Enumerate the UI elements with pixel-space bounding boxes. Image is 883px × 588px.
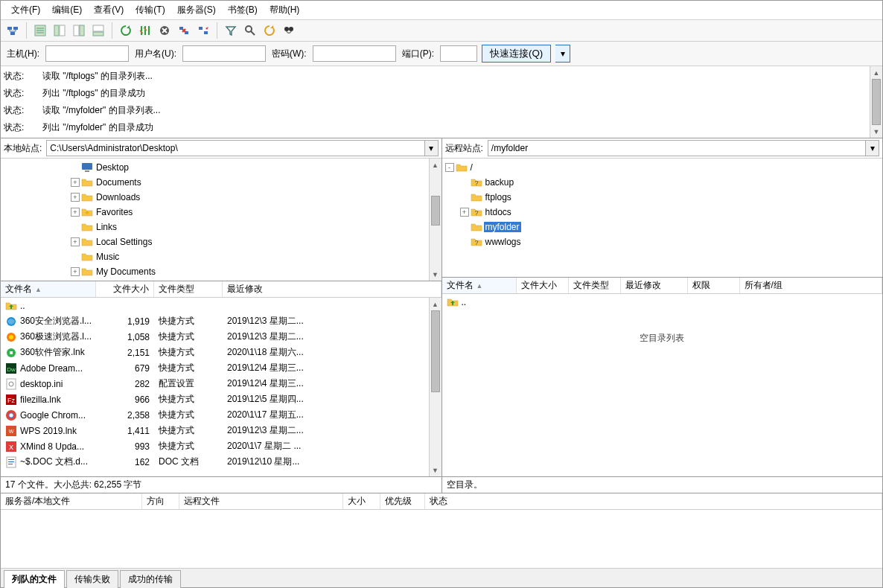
file-row[interactable]: 360极速浏览器.l...1,058快捷方式2019\12\3 星期二... [1,329,429,345]
cancel-button[interactable] [156,22,173,39]
col-mod[interactable]: 最近修改 [223,281,442,297]
tree-node[interactable]: +My Documents [4,264,426,279]
file-row[interactable]: WWPS 2019.lnk1,411快捷方式2019\12\3 星期二... [1,423,429,438]
scroll-down-icon[interactable]: ▼ [870,125,882,138]
host-input[interactable] [45,45,129,62]
scroll-up-icon[interactable]: ▲ [870,66,882,79]
menu-transfer[interactable]: 传输(T) [130,2,170,18]
toggle-queue-button[interactable] [89,22,107,39]
sitemanager-button[interactable] [4,22,22,39]
search-button[interactable] [241,22,259,39]
tree-node[interactable]: +Favorites [4,205,426,220]
file-row[interactable]: desktop.ini282配置设置2019\12\4 星期三... [1,376,429,392]
file-row[interactable]: Fzfilezilla.lnk966快捷方式2019\12\5 星期四... [1,392,429,407]
process-queue-button[interactable] [136,22,154,39]
reconnect-button[interactable] [194,22,212,39]
toggle-remotetree-button[interactable] [70,22,88,39]
queue-body[interactable] [1,510,882,568]
expand-icon[interactable]: + [71,178,80,187]
tree-node[interactable]: +Documents [4,175,426,190]
toggle-localtree-button[interactable] [51,22,68,39]
scroll-down-icon[interactable]: ▼ [430,464,442,476]
file-row[interactable]: Google Chrom...2,358快捷方式2020\1\17 星期五... [1,407,429,423]
collapse-icon[interactable]: - [445,163,454,172]
file-row[interactable]: ~$.DOC 文档.d...162DOC 文档2019\12\10 星期... [1,454,429,470]
scroll-up-icon[interactable]: ▲ [430,298,442,310]
col-owner[interactable]: 所有者/组 [740,278,883,293]
remote-path-combo[interactable]: /myfolder ▾ [488,140,879,156]
col-name[interactable]: 文件名 [1,281,96,297]
tab-failed[interactable]: 传输失败 [66,570,118,588]
refresh-button[interactable] [117,22,135,39]
tree-node[interactable]: ?wwwlogs [445,234,880,249]
tree-node[interactable]: -/ [445,160,880,175]
toggle-log-button[interactable] [31,22,49,39]
file-row[interactable]: XXMind 8 Upda...993快捷方式2020\1\7 星期二 ... [1,438,429,454]
qcol-server[interactable]: 服务器/本地文件 [1,493,142,509]
chevron-down-icon[interactable]: ▾ [424,141,438,156]
quickconnect-dropdown[interactable]: ▾ [555,45,570,63]
file-row[interactable]: DwAdobe Dream...679快捷方式2019\12\4 星期三... [1,360,429,376]
port-input[interactable] [440,45,477,62]
menu-server[interactable]: 服务器(S) [171,2,222,18]
qcol-size[interactable]: 大小 [343,493,380,509]
locallist-scrollbar[interactable]: ▲ ▼ [429,298,442,476]
scroll-thumb[interactable] [872,79,881,125]
col-name[interactable]: 文件名 [442,278,517,293]
local-file-list[interactable]: ..360安全浏览器.l...1,919快捷方式2019\12\3 星期二...… [1,298,429,476]
expand-icon[interactable]: + [71,267,80,276]
col-type[interactable]: 文件类型 [154,281,223,297]
col-size[interactable]: 文件大小 [517,278,569,293]
file-row[interactable]: .. [1,298,429,313]
filter-button[interactable] [222,22,240,39]
qcol-state[interactable]: 状态 [425,493,882,509]
expand-icon[interactable]: + [71,208,80,217]
tree-node[interactable]: +Downloads [4,190,426,205]
file-row[interactable]: 360安全浏览器.l...1,919快捷方式2019\12\3 星期二... [1,313,429,329]
menu-bookmark[interactable]: 书签(B) [222,2,264,18]
col-type[interactable]: 文件类型 [569,278,621,293]
scroll-thumb[interactable] [431,196,440,226]
qcol-prio[interactable]: 优先级 [380,493,425,509]
tree-node[interactable]: +Local Settings [4,234,426,249]
col-size[interactable]: 文件大小 [96,281,154,297]
localtree-scrollbar[interactable]: ▲ ▼ [429,159,442,281]
file-row[interactable]: .. [442,294,883,310]
scroll-thumb[interactable] [431,310,440,392]
expand-icon[interactable]: + [71,193,80,202]
quickconnect-button[interactable]: 快速连接(Q) [482,45,551,63]
tree-node[interactable]: myfolder [445,220,880,234]
file-row[interactable]: 360软件管家.lnk2,151快捷方式2020\1\18 星期六... [1,345,429,360]
disconnect-button[interactable] [175,22,193,39]
col-perm[interactable]: 权限 [688,278,740,293]
scroll-up-icon[interactable]: ▲ [430,159,442,171]
tree-node[interactable]: Links [4,220,426,234]
menu-file[interactable]: 文件(F) [5,2,46,18]
remote-file-list[interactable]: ..空目录列表 [442,294,883,476]
tab-success[interactable]: 成功的传输 [120,570,181,588]
tree-node[interactable]: Music [4,249,426,264]
local-tree[interactable]: Desktop+Documents+Downloads+FavoritesLin… [1,159,429,281]
qcol-remote[interactable]: 远程文件 [179,493,343,509]
expand-icon[interactable]: + [71,237,80,246]
qcol-dir[interactable]: 方向 [142,493,179,509]
log-scrollbar[interactable]: ▲ ▼ [870,66,882,138]
password-input[interactable] [313,45,396,62]
compare-button[interactable] [261,22,278,39]
tree-node[interactable]: ftplogs [445,190,880,205]
local-path-combo[interactable]: C:\Users\Administrator\Desktop\ ▾ [46,140,438,156]
tree-node[interactable]: ?backup [445,175,880,190]
menu-edit[interactable]: 编辑(E) [46,2,88,18]
log-body[interactable]: 状态:读取 "/ftplogs" 的目录列表...状态:列出 "/ftplogs… [1,66,870,138]
menu-view[interactable]: 查看(V) [88,2,130,18]
chevron-down-icon[interactable]: ▾ [865,141,879,156]
username-input[interactable] [182,45,266,62]
scroll-down-icon[interactable]: ▼ [430,268,442,281]
col-mod[interactable]: 最近修改 [621,278,688,293]
find-button[interactable] [280,22,298,39]
expand-icon[interactable]: + [460,208,469,217]
menu-help[interactable]: 帮助(H) [264,2,306,18]
remote-tree[interactable]: -/?backupftplogs+?htdocsmyfolder?wwwlogs [442,159,883,277]
tree-node[interactable]: +?htdocs [445,205,880,220]
tree-node[interactable]: Desktop [4,160,426,175]
